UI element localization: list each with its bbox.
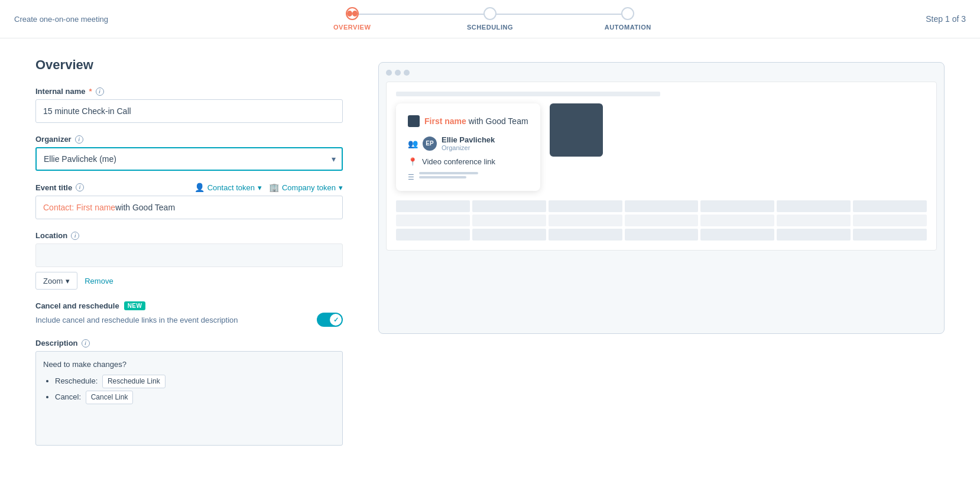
step-circle-automation: [621, 7, 634, 20]
internal-name-input[interactable]: [35, 99, 343, 123]
grid-cell: [396, 229, 470, 241]
cal-organizer-role: Organizer: [442, 144, 495, 151]
step-label-automation: AUTOMATION: [605, 24, 651, 31]
grid-cell: [396, 200, 470, 212]
cal-avatar: EP: [423, 137, 437, 151]
location-actions: Zoom ▾ Remove: [35, 272, 343, 290]
cal-location-icon: 📍: [408, 157, 417, 166]
step-overview[interactable]: OVERVIEW: [283, 7, 421, 31]
token-buttons: 👤 Contact token ▾ 🏢 Company token ▾: [194, 183, 343, 192]
browser-dot-3: [404, 70, 410, 76]
stepper: OVERVIEW SCHEDULING AUTOMATION: [283, 7, 697, 31]
step-scheduling[interactable]: SCHEDULING: [421, 7, 559, 31]
header-title: Create one-on-one meeting: [14, 15, 108, 24]
cal-people-icon: 👥: [408, 139, 418, 148]
location-label: Location i: [35, 231, 343, 240]
organizer-label: Organizer i: [35, 135, 343, 144]
company-token-button[interactable]: 🏢 Company token ▾: [269, 183, 343, 192]
reschedule-item: Reschedule: Reschedule Link: [55, 375, 335, 388]
time-widget: [550, 103, 603, 157]
form-panel: Overview Internal name * i Organizer i E…: [35, 57, 343, 457]
browser-dot-1: [386, 70, 392, 76]
event-title-rest-text: with Good Team: [115, 203, 175, 212]
cal-desc-row: ☰: [408, 172, 528, 181]
grid-cell: [853, 200, 927, 212]
browser-inner: First name with Good Team 👥 EP Ellie: [386, 82, 937, 251]
cal-video-row: 📍 Video conference link: [408, 157, 528, 166]
cancel-reschedule-toggle[interactable]: ✓: [317, 313, 343, 327]
cancel-reschedule-desc: Include cancel and reschedule links in t…: [35, 313, 343, 327]
grid-spacer: [663, 92, 727, 96]
cal-with-team: with Good Team: [469, 116, 528, 126]
desc-line-1: [419, 172, 478, 174]
step-label-scheduling: SCHEDULING: [467, 24, 513, 31]
step-automation[interactable]: AUTOMATION: [559, 7, 697, 31]
internal-name-group: Internal name * i: [35, 87, 343, 123]
browser-mockup: First name with Good Team 👥 EP Ellie: [378, 62, 945, 334]
calendar-card: First name with Good Team 👥 EP Ellie: [396, 103, 540, 191]
cal-organizer-name: Ellie Pavlichek: [442, 135, 495, 144]
cal-video-text: Video conference link: [422, 157, 495, 166]
internal-name-info-icon[interactable]: i: [96, 87, 104, 96]
event-title-token-text: Contact: First name: [43, 203, 115, 212]
grid-cell: [549, 215, 622, 226]
step-circle-overview: [346, 7, 359, 20]
preview-grid-bottom: [396, 200, 927, 241]
cal-title-row: First name with Good Team: [408, 115, 528, 127]
cal-organizer-row: 👥 EP Ellie Pavlichek Organizer: [408, 135, 528, 151]
remove-location-button[interactable]: Remove: [85, 277, 113, 285]
description-content: Need to make changes? Reschedule: Resche…: [43, 359, 335, 404]
new-badge: NEW: [124, 301, 146, 310]
contact-token-button[interactable]: 👤 Contact token ▾: [194, 183, 262, 192]
cancel-link-button[interactable]: Cancel Link: [86, 391, 134, 404]
browser-dot-2: [395, 70, 401, 76]
description-info-icon[interactable]: i: [82, 339, 90, 347]
grid-cell: [777, 200, 851, 212]
location-input[interactable]: [35, 243, 343, 267]
cal-first-name: First name: [424, 116, 466, 126]
preview-content-row: First name with Good Team 👥 EP Ellie: [396, 103, 927, 191]
grid-cell: [625, 229, 699, 241]
grid-cell: [853, 215, 927, 226]
grid-cell: [472, 200, 546, 212]
location-info-icon[interactable]: i: [71, 232, 79, 240]
grid-cell: [549, 200, 622, 212]
grid-cell: [700, 200, 774, 212]
event-title-header: Event title i 👤 Contact token ▾ 🏢 Compan…: [35, 183, 343, 192]
header: Create one-on-one meeting OVERVIEW SCHED…: [0, 0, 980, 38]
step-circle-scheduling: [483, 7, 497, 20]
description-label: Description i: [35, 339, 343, 347]
description-textarea[interactable]: Need to make changes? Reschedule: Resche…: [35, 351, 343, 446]
company-token-icon: 🏢: [269, 183, 279, 192]
grid-cell: [472, 229, 546, 241]
cal-color-box: [408, 115, 420, 127]
grid-cell: [549, 229, 622, 241]
step-progress-line-3: [490, 14, 559, 15]
grid-cell: [396, 92, 660, 96]
required-asterisk: *: [89, 87, 92, 96]
organizer-select[interactable]: Ellie Pavlichek (me): [35, 147, 343, 171]
main-content: Overview Internal name * i Organizer i E…: [0, 38, 980, 476]
section-title: Overview: [35, 57, 343, 73]
step-progress-line-2: [352, 14, 421, 15]
zoom-button[interactable]: Zoom ▾: [35, 272, 77, 290]
cal-title-text: First name with Good Team: [424, 116, 528, 126]
cancel-item: Cancel: Cancel Link: [55, 391, 335, 404]
event-title-display[interactable]: Contact: First name with Good Team: [35, 196, 343, 219]
cancel-reschedule-header: Cancel and reschedule NEW: [35, 301, 343, 310]
contact-token-icon: 👤: [194, 183, 205, 192]
toggle-check-icon: ✓: [333, 316, 339, 324]
cal-desc-lines: [419, 172, 478, 178]
organizer-group: Organizer i Ellie Pavlichek (me) ▾: [35, 135, 343, 171]
desc-line-2: [419, 176, 466, 178]
organizer-info-icon[interactable]: i: [75, 135, 83, 144]
event-title-label: Event title i: [35, 183, 84, 192]
grid-cell: [396, 215, 470, 226]
step-label-overview: OVERVIEW: [333, 24, 371, 31]
browser-dots: [386, 70, 937, 76]
grid-cell: [472, 215, 546, 226]
cal-desc-icon: ☰: [408, 173, 414, 181]
cancel-reschedule-label: Cancel and reschedule: [35, 301, 119, 310]
event-title-info-icon[interactable]: i: [76, 183, 84, 191]
reschedule-link-button[interactable]: Reschedule Link: [102, 375, 166, 388]
